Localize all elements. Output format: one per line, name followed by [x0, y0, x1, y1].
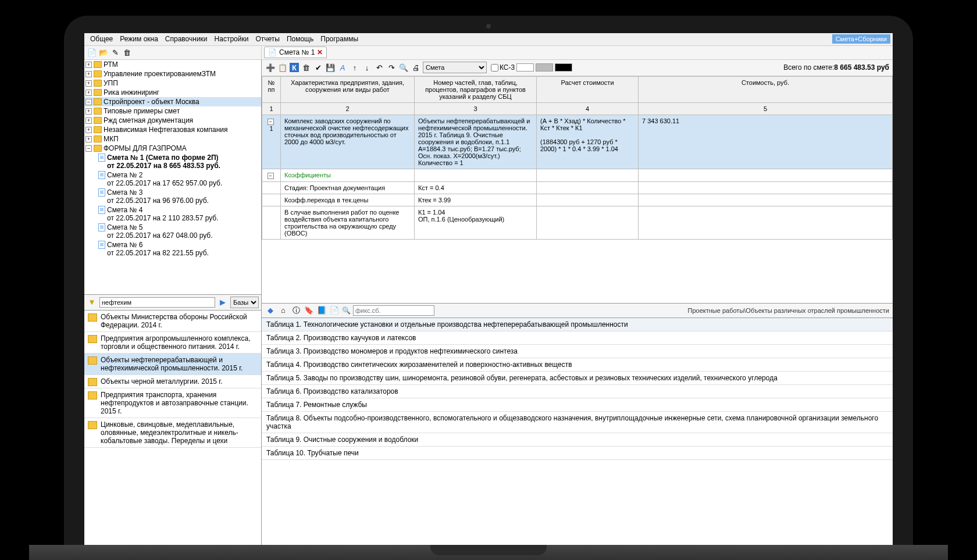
undo-icon[interactable]: ↶	[374, 62, 384, 73]
tree-folder[interactable]: –Стройпроект - объект Москва	[84, 97, 261, 106]
tree-document[interactable]: Смета № 3от 22.05.2017 на 96 976.00 руб.	[97, 188, 261, 205]
copy-icon[interactable]: 📋	[277, 62, 288, 73]
folder-icon	[94, 126, 102, 133]
menu-settings[interactable]: Настройки	[211, 34, 252, 44]
minus-icon[interactable]: −	[268, 119, 274, 125]
check-icon[interactable]: ✔	[313, 62, 323, 73]
grid-row[interactable]: Стадия: Проектная документацияКст = 0.4	[262, 181, 893, 194]
tree-folder[interactable]: +Управление проектированиемЗТМ	[84, 69, 261, 79]
tree-folder[interactable]: +УПП	[84, 79, 261, 88]
tree-folder[interactable]: +Типовые примеры смет	[84, 106, 261, 116]
grid-row-coef[interactable]: − Коэффициенты	[262, 169, 893, 181]
tree-document[interactable]: Смета № 2от 22.05.2017 на 17 652 957.00 …	[97, 170, 261, 188]
arrow-up-icon[interactable]: ↑	[350, 62, 360, 73]
edit-icon[interactable]: ✎	[110, 47, 120, 58]
table-link[interactable]: Таблица 3. Производство мономеров и прод…	[262, 345, 893, 358]
reference-item[interactable]: Предприятия агропромышленного комплекса,…	[84, 332, 261, 354]
reference-item[interactable]: Предприятия транспорта, хранения нефтепр…	[84, 388, 261, 418]
tree-document[interactable]: Смета № 6от 22.05.2017 на 82 221.55 руб.	[97, 240, 261, 258]
tree-document[interactable]: Смета № 4от 22.05.2017 на 2 110 283.57 р…	[97, 205, 261, 223]
table-link[interactable]: Таблица 4. Производство синтетических жи…	[262, 358, 893, 372]
expander-icon[interactable]: +	[85, 136, 92, 142]
font-icon[interactable]: A	[337, 62, 348, 73]
delete-icon[interactable]: 🗑	[122, 47, 132, 58]
add-icon[interactable]: ➕	[265, 62, 276, 73]
search-icon[interactable]: 🔍	[398, 62, 409, 73]
nav-search-input[interactable]	[353, 305, 434, 316]
info-icon[interactable]: ⓘ	[291, 305, 301, 316]
table-link[interactable]: Таблица 1. Технологические установки и о…	[262, 318, 893, 331]
filter-scope-select[interactable]: Базы	[230, 297, 259, 308]
folder-icon	[94, 145, 102, 152]
table-link[interactable]: Таблица 10. Трубчатые печи	[262, 447, 893, 460]
table-link[interactable]: Таблица 5. Заводы по производству шин, ш…	[262, 372, 893, 385]
swatch-gray[interactable]	[536, 63, 553, 72]
menu-general[interactable]: Общее	[87, 34, 116, 44]
play-icon[interactable]: ▶	[217, 297, 228, 308]
expander-icon[interactable]: –	[85, 99, 92, 105]
reference-item[interactable]: Объекты нефтеперерабатывающей и нефтехим…	[84, 354, 261, 375]
print-icon[interactable]: 🖨	[411, 62, 421, 73]
tables-list[interactable]: Таблица 1. Технологические установки и о…	[262, 318, 893, 545]
expander-icon[interactable]: +	[85, 62, 92, 68]
page-icon[interactable]: 📄	[329, 305, 340, 316]
ks3-checkbox[interactable]	[491, 64, 498, 72]
tree-folder[interactable]: –ФОРМЫ ДЛЯ ГАЗПРОМА	[84, 144, 261, 153]
tree-folder[interactable]: +Независимая Нефтегазовая компания	[84, 125, 261, 134]
table-link[interactable]: Таблица 8. Объекты подсобно-производстве…	[262, 412, 893, 433]
redo-icon[interactable]: ↷	[386, 62, 397, 73]
col-num: № пп	[262, 76, 281, 102]
bookmark-icon[interactable]: 🔖	[304, 305, 314, 316]
tree-document[interactable]: Смета № 1 (Смета по форме 2П)от 22.05.20…	[97, 153, 261, 170]
view-select[interactable]: Смета	[423, 62, 487, 73]
grid-row[interactable]: В случае выполнения работ по оценке возд…	[262, 206, 893, 239]
menu-windowmode[interactable]: Режим окна	[116, 34, 162, 44]
grid-row[interactable]: Коэфф.перехода в тек.ценыКтек = 3.99	[262, 194, 893, 206]
save-icon[interactable]: 💾	[325, 62, 336, 73]
close-icon[interactable]: ✕	[317, 48, 323, 56]
reference-item[interactable]: Объекты черной металлургии. 2015 г.	[84, 375, 261, 388]
expander-icon[interactable]: +	[85, 71, 92, 77]
tree-folder[interactable]: +РТМ	[84, 60, 261, 69]
swatch-black[interactable]	[555, 63, 572, 72]
book-icon[interactable]: 📘	[316, 305, 327, 316]
filter-input[interactable]	[99, 297, 215, 308]
expander-icon[interactable]: +	[85, 108, 92, 115]
table-link[interactable]: Таблица 9. Очистные сооружения и водобло…	[262, 433, 893, 447]
reference-list[interactable]: Объекты Министерства обороны Российской …	[84, 311, 261, 545]
reference-item[interactable]: Объекты Министерства обороны Российской …	[84, 311, 261, 332]
k-icon[interactable]: К	[290, 63, 299, 72]
filter-icon[interactable]: ▼	[87, 297, 97, 308]
expander-icon[interactable]: +	[85, 90, 92, 96]
reference-item[interactable]: Цинковые, свинцовые, медеплавильные, оло…	[84, 418, 261, 448]
swatch-white[interactable]	[516, 63, 534, 72]
menu-references[interactable]: Справочники	[162, 34, 211, 44]
expander-icon[interactable]: +	[85, 127, 92, 133]
expander-icon[interactable]: +	[85, 80, 92, 87]
ks3-label: КС-3	[500, 63, 515, 72]
tree-folder[interactable]: +МКП	[84, 134, 261, 144]
tree-folder[interactable]: +Ржд сметная документация	[84, 116, 261, 125]
table-link[interactable]: Таблица 7. Ремонтные службы	[262, 398, 893, 412]
menu-help[interactable]: Помощь	[283, 34, 317, 44]
back-icon[interactable]: ◆	[265, 305, 276, 316]
open-icon[interactable]: 📂	[98, 47, 109, 58]
menu-programs[interactable]: Программы	[317, 34, 362, 44]
tab-smeta1[interactable]: 📄 Смета № 1 ✕	[264, 47, 327, 58]
grid-row-1[interactable]: −1 Комплекс заводских сооружений по меха…	[262, 115, 893, 169]
project-tree[interactable]: +РТМ+Управление проектированиемЗТМ+УПП+Р…	[84, 60, 261, 295]
mode-indicator[interactable]: Смета+Сборники	[832, 34, 890, 44]
trash-icon[interactable]: 🗑	[301, 62, 311, 73]
tree-folder[interactable]: +Рика инжиниринг	[84, 88, 261, 97]
menu-reports[interactable]: Отчеты	[252, 34, 283, 44]
expander-icon[interactable]: –	[85, 145, 92, 152]
table-link[interactable]: Таблица 2. Производство каучуков и латек…	[262, 331, 893, 345]
table-link[interactable]: Таблица 6. Производство катализаторов	[262, 385, 893, 398]
estimate-grid[interactable]: № пп Характеристика предприятия, здания,…	[262, 76, 893, 304]
tree-document[interactable]: Смета № 5от 22.05.2017 на 627 048.00 руб…	[97, 223, 261, 240]
minus-icon[interactable]: −	[268, 173, 274, 179]
new-icon[interactable]: 📄	[87, 47, 97, 58]
arrow-down-icon[interactable]: ↓	[362, 62, 372, 73]
home-icon[interactable]: ⌂	[278, 305, 288, 316]
expander-icon[interactable]: +	[85, 117, 92, 124]
